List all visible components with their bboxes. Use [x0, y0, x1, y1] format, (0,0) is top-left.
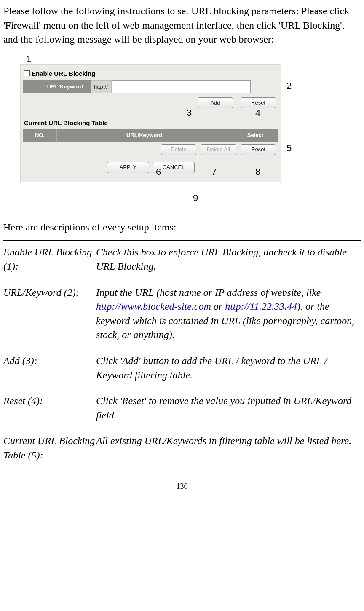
def-text: or: [211, 301, 225, 312]
def-reset: Reset (4): Click 'Reset' to remove the v…: [3, 394, 361, 422]
def-body: Click 'Add' button to add the URL / keyw…: [96, 354, 361, 382]
add-reset-row: Add Reset: [23, 93, 278, 111]
apply-button[interactable]: APPLY: [107, 162, 149, 173]
callout-9: 9: [193, 192, 198, 205]
url-input[interactable]: [112, 80, 251, 93]
divider: [3, 240, 361, 241]
delete-button[interactable]: Delete: [161, 144, 196, 155]
def-body: Click 'Reset' to remove the value you in…: [96, 394, 361, 422]
http-prefix: http://: [91, 80, 112, 93]
table-header: NO. URL/Keyword Select: [23, 129, 278, 142]
th-keyword: URL/Keyword: [57, 129, 232, 142]
def-body: All existing URL/Keywords in filtering t…: [96, 434, 361, 462]
callout-4: 4: [255, 107, 260, 120]
callout-1: 1: [26, 53, 31, 66]
def-term: Reset (4):: [3, 394, 96, 422]
callout-6: 6: [156, 166, 161, 179]
th-no: NO.: [23, 129, 57, 142]
intro-paragraph: Please follow the following instructions…: [3, 4, 361, 47]
callout-3: 3: [187, 107, 192, 120]
callout-5: 5: [286, 142, 292, 155]
table-title: Current URL Blocking Table: [23, 111, 278, 129]
def-term: Add (3):: [3, 354, 96, 382]
def-url-keyword: URL/Keyword (2): Input the URL (host nam…: [3, 286, 361, 342]
definitions-list: Enable URL Blocking (1): Check this box …: [3, 245, 361, 462]
enable-checkbox[interactable]: [24, 70, 30, 76]
callout-8: 8: [255, 166, 260, 179]
def-body: Input the URL (host name or IP address o…: [96, 286, 361, 342]
callout-7: 7: [211, 166, 217, 179]
def-term: Current URL Blocking Table (5):: [3, 434, 96, 462]
url-input-row: URL/Keyword : http://: [23, 80, 278, 93]
def-add: Add (3): Click 'Add' button to add the U…: [3, 354, 361, 382]
def-term: Enable URL Blocking (1):: [3, 245, 96, 273]
delete-all-button[interactable]: Delete All: [201, 144, 236, 155]
apply-cancel-row: APPLY CANCEL: [23, 158, 278, 175]
def-current-table: Current URL Blocking Table (5): All exis…: [3, 434, 361, 462]
page-number: 130: [3, 481, 361, 492]
descriptions-intro: Here are descriptions of every setup ite…: [3, 220, 361, 235]
example-link-1[interactable]: http://www.blocked-site.com: [96, 301, 211, 312]
callout-2: 2: [286, 80, 292, 93]
delete-row: Delete Delete All Reset: [23, 142, 278, 158]
add-button[interactable]: Add: [198, 97, 233, 108]
url-keyword-label: URL/Keyword :: [23, 80, 91, 93]
def-text: Input the URL (host name or IP address o…: [96, 287, 321, 298]
enable-label: Enable URL Blocking: [32, 69, 95, 78]
enable-row: Enable URL Blocking: [23, 67, 278, 80]
url-blocking-panel: Enable URL Blocking URL/Keyword : http:/…: [20, 64, 281, 182]
def-enable: Enable URL Blocking (1): Check this box …: [3, 245, 361, 273]
th-select: Select: [232, 129, 278, 142]
example-link-2[interactable]: http://11.22.33.44: [225, 301, 297, 312]
reset2-button[interactable]: Reset: [241, 144, 276, 155]
screenshot-figure: Enable URL Blocking URL/Keyword : http:/…: [20, 57, 307, 209]
def-term: URL/Keyword (2):: [3, 286, 96, 342]
def-body: Check this box to enforce URL Blocking, …: [96, 245, 361, 273]
